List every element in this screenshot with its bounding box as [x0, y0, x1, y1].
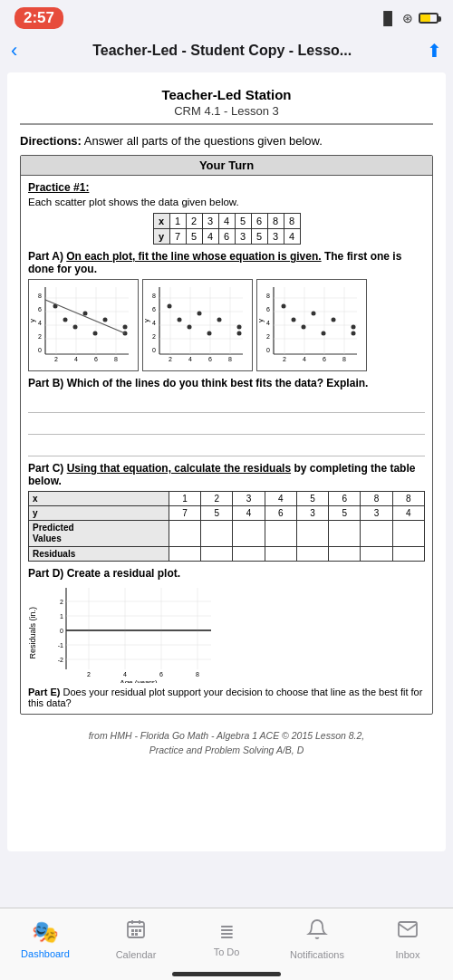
- graph-3-svg: 0 2 4 6 8 2 4 6 8: [257, 280, 366, 370]
- directions-line: Directions: Answer all parts of the ques…: [20, 134, 433, 148]
- svg-text:0: 0: [38, 347, 42, 353]
- nav-title: Teacher-Led - Student Copy - Lesso...: [24, 43, 419, 59]
- notifications-icon: [306, 918, 328, 946]
- svg-text:4: 4: [38, 320, 42, 326]
- svg-text:6: 6: [152, 306, 156, 312]
- graph-1-svg: 0 2 4 6 8 2 4 6 8: [29, 280, 138, 370]
- status-icons: ▐▌ ⊛: [379, 11, 439, 25]
- residual-plot-area: Residuals (in.) 2 1 0 -1 -2 2 4 6 8: [28, 583, 425, 683]
- tab-notifications[interactable]: Notifications: [272, 918, 362, 960]
- tab-inbox[interactable]: Inbox: [362, 918, 453, 960]
- home-indicator: [172, 972, 281, 976]
- svg-text:8: 8: [266, 293, 270, 299]
- tab-calendar[interactable]: Calendar: [91, 918, 181, 960]
- y-axis-label: Residuals (in.): [28, 607, 37, 659]
- dashboard-icon: 🎭: [32, 919, 59, 945]
- svg-text:4: 4: [188, 356, 192, 362]
- svg-text:4: 4: [123, 671, 127, 677]
- svg-text:6: 6: [38, 306, 42, 312]
- graph-2-svg: 0 2 4 6 8 2 4 6 8: [143, 280, 252, 370]
- svg-rect-114: [139, 929, 141, 932]
- svg-rect-113: [135, 933, 138, 936]
- residuals-row4-label: Residuals: [29, 547, 169, 562]
- svg-text:-1: -1: [58, 642, 63, 649]
- answer-line-b1: [28, 393, 425, 413]
- svg-point-80: [322, 331, 326, 336]
- residual-plot-svg: 2 1 0 -1 -2 2 4 6 8: [39, 583, 220, 683]
- svg-text:0: 0: [152, 347, 156, 353]
- graph-1: 0 2 4 6 8 2 4 6 8: [28, 279, 139, 371]
- inbox-icon: [397, 918, 419, 946]
- tab-todo-label: To Do: [214, 946, 240, 957]
- svg-point-21: [73, 325, 78, 330]
- svg-text:y: y: [29, 319, 36, 322]
- svg-point-24: [103, 318, 108, 322]
- directions-label: Directions:: [20, 134, 82, 148]
- wifi-icon: ⊛: [402, 11, 413, 25]
- svg-text:1: 1: [60, 613, 63, 620]
- svg-rect-110: [131, 929, 134, 932]
- svg-text:y: y: [257, 319, 265, 322]
- tab-bar: 🎭 Dashboard Calendar ≣ To Do: [0, 908, 453, 980]
- svg-point-23: [93, 331, 98, 336]
- svg-text:y: y: [143, 319, 150, 322]
- scatter-intro: Each scatter plot shows the data given b…: [28, 197, 425, 207]
- svg-point-76: [282, 304, 286, 309]
- status-time: 2:57: [14, 7, 63, 29]
- svg-point-83: [352, 325, 356, 330]
- svg-text:6: 6: [159, 671, 163, 677]
- your-turn-header: Your Turn: [21, 156, 432, 176]
- residuals-row2-label: y: [29, 506, 169, 521]
- residuals-row1-label: x: [29, 492, 169, 506]
- svg-point-20: [63, 318, 68, 322]
- back-button[interactable]: ‹: [11, 39, 17, 62]
- status-bar: 2:57 ▐▌ ⊛: [0, 0, 453, 33]
- svg-text:6: 6: [266, 306, 270, 312]
- svg-text:2: 2: [283, 356, 286, 362]
- part-a-label: Part A) On each plot, fit the line whose…: [28, 250, 425, 275]
- table-header-x: x: [153, 214, 169, 229]
- svg-text:0: 0: [266, 347, 270, 353]
- svg-text:8: 8: [152, 293, 156, 299]
- directions-text: Answer all parts of the questions given …: [84, 134, 323, 148]
- your-turn-body: Practice #1: Each scatter plot shows the…: [21, 176, 432, 714]
- part-c-label: Part C) Using that equation, calculate t…: [28, 462, 425, 487]
- data-table: x 1 2 3 4 5 6 8 8 y 7 5 4: [153, 213, 301, 245]
- battery-icon: [419, 13, 439, 24]
- table-header-y: y: [153, 229, 169, 245]
- share-button[interactable]: ⬆: [427, 40, 442, 62]
- svg-point-22: [83, 312, 88, 316]
- svg-point-49: [178, 318, 182, 322]
- svg-text:8: 8: [38, 293, 42, 299]
- svg-text:8: 8: [342, 356, 346, 362]
- part-e-label: Part E): [28, 687, 60, 697]
- svg-text:4: 4: [74, 356, 78, 362]
- graph-2: 0 2 4 6 8 2 4 6 8: [142, 279, 253, 371]
- todo-icon: ≣: [219, 921, 235, 943]
- svg-text:0: 0: [60, 628, 63, 634]
- svg-text:6: 6: [323, 356, 326, 362]
- svg-text:2: 2: [60, 599, 63, 605]
- part-b-label: Part B) Which of the lines do you think …: [28, 377, 425, 389]
- tab-dashboard-label: Dashboard: [21, 948, 70, 959]
- practice-label: Practice #1:: [28, 181, 425, 194]
- svg-point-55: [237, 325, 242, 330]
- tab-todo[interactable]: ≣ To Do: [181, 921, 272, 957]
- svg-text:8: 8: [114, 356, 118, 362]
- tab-dashboard[interactable]: 🎭 Dashboard: [0, 919, 91, 959]
- svg-text:4: 4: [266, 320, 270, 326]
- part-e-content: Does your residual plot support your dec…: [28, 687, 422, 708]
- residuals-row3-label: PredictedValues: [29, 521, 169, 547]
- svg-text:2: 2: [38, 333, 42, 340]
- svg-point-54: [237, 331, 242, 336]
- graphs-row: 0 2 4 6 8 2 4 6 8: [28, 279, 425, 371]
- svg-text:2: 2: [54, 356, 58, 362]
- signal-icon: ▐▌: [379, 11, 397, 25]
- svg-rect-112: [131, 933, 134, 936]
- svg-text:6: 6: [94, 356, 98, 362]
- svg-point-77: [292, 318, 296, 322]
- svg-text:4: 4: [152, 320, 156, 326]
- svg-point-50: [188, 325, 192, 330]
- svg-text:6: 6: [208, 356, 212, 362]
- answer-line-b3: [28, 437, 425, 456]
